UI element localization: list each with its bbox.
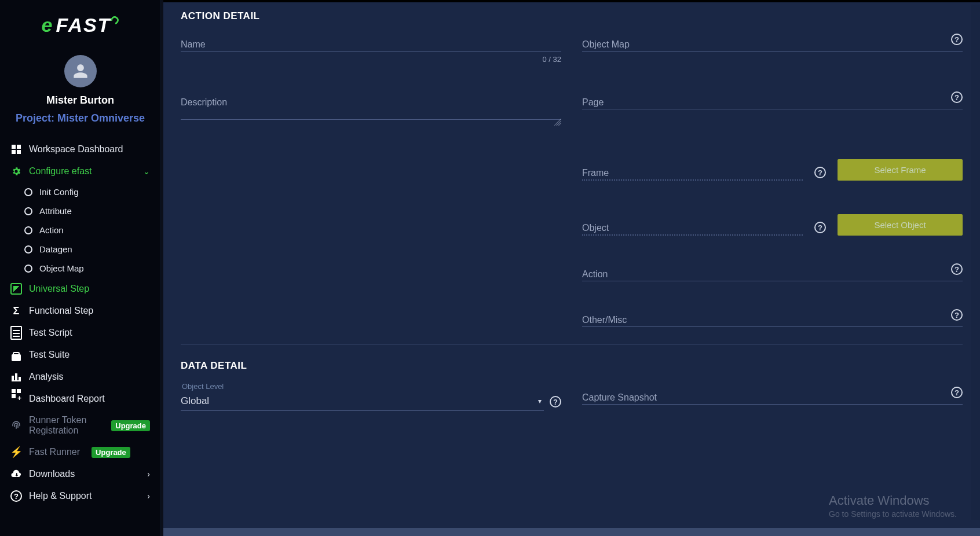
sidebar-item-downloads[interactable]: Downloads › <box>0 463 160 485</box>
sidebar-item-label: Analysis <box>29 372 64 382</box>
action-label: Action <box>582 269 963 280</box>
help-icon[interactable]: ? <box>951 34 963 45</box>
object-map-field[interactable]: ? Object Map <box>582 39 963 52</box>
sidebar-item-label: Help & Support <box>29 491 92 501</box>
select-frame-button[interactable]: Select Frame <box>838 159 963 181</box>
windows-activation-watermark: Activate Windows Go to Settings to activ… <box>829 493 957 519</box>
sidebar-item-test-suite[interactable]: Test Suite <box>0 344 160 366</box>
brand-fast: FAST <box>56 14 111 36</box>
action-field[interactable]: ? Action <box>582 269 963 281</box>
sidebar-item-help-support[interactable]: ? Help & Support › <box>0 485 160 507</box>
sidebar-item-workspace-dashboard[interactable]: Workspace Dashboard <box>0 138 160 160</box>
step-icon <box>10 283 22 295</box>
project-label[interactable]: Project: Mister Omniverse <box>0 112 160 124</box>
name-field[interactable]: Name 0 / 32 <box>181 39 561 64</box>
bolt-icon: ⚡ <box>10 446 22 458</box>
capture-snapshot-label: Capture Snapshot <box>582 392 963 403</box>
help-icon[interactable]: ? <box>951 263 963 275</box>
main-content: ACTION DETAIL Name 0 / 32 ? Object Map <box>163 0 980 536</box>
object-map-label: Object Map <box>582 39 963 50</box>
sidebar-item-runner-token[interactable]: Runner Token Registration Upgrade <box>0 410 160 441</box>
caret-down-icon: ▾ <box>538 397 542 405</box>
help-icon[interactable]: ? <box>951 91 963 103</box>
sidebar-item-label: Action <box>39 225 64 235</box>
object-level-select[interactable]: Global ▾ <box>181 391 544 411</box>
textarea-resize-handle-icon[interactable] <box>554 119 561 126</box>
radio-icon <box>24 207 32 215</box>
brand-logo: eFAST <box>0 0 160 40</box>
cloud-download-icon <box>10 468 22 480</box>
sidebar-nav: Workspace Dashboard Configure efast ⌄ In… <box>0 138 160 536</box>
sidebar-item-label: Dashboard Report <box>29 394 105 404</box>
sidebar-item-label: Configure efast <box>29 166 92 177</box>
object-level-value: Global <box>181 391 544 410</box>
sidebar-item-label: Universal Step <box>29 284 89 294</box>
radio-icon <box>24 245 32 254</box>
page-field[interactable]: ? Page <box>582 97 963 109</box>
name-label: Name <box>181 39 561 50</box>
data-detail-title: DATA DETAIL <box>181 360 963 372</box>
select-object-button[interactable]: Select Object <box>838 214 963 236</box>
sidebar-item-label: Downloads <box>29 469 75 479</box>
page-label: Page <box>582 97 963 108</box>
description-label: Description <box>181 97 561 108</box>
frame-label: Frame <box>582 168 803 178</box>
sidebar-item-label: Functional Step <box>29 306 93 316</box>
action-detail-title: ACTION DETAIL <box>181 10 963 22</box>
chevron-down-icon: ⌄ <box>143 167 150 176</box>
radio-icon <box>24 188 32 196</box>
help-icon: ? <box>10 490 22 502</box>
sidebar-subitem-attribute[interactable]: Attribute <box>14 201 160 221</box>
sidebar-subitem-init-config[interactable]: Init Config <box>14 182 160 201</box>
capture-snapshot-field[interactable]: ? Capture Snapshot <box>582 392 963 405</box>
radio-icon <box>24 265 32 273</box>
name-char-counter: 0 / 32 <box>181 55 561 64</box>
brand-e: e <box>42 14 54 36</box>
chart-icon <box>10 371 22 383</box>
sidebar-item-label: Workspace Dashboard <box>29 144 123 155</box>
sidebar-item-dashboard-report[interactable]: Dashboard Report <box>0 388 160 410</box>
description-field[interactable]: Description <box>181 97 561 126</box>
sidebar-item-label: Datagen <box>39 244 72 254</box>
avatar[interactable] <box>64 55 97 87</box>
chevron-right-icon: › <box>147 491 150 501</box>
help-icon[interactable]: ? <box>550 396 561 407</box>
sidebar-item-functional-step[interactable]: Σ Functional Step <box>0 300 160 322</box>
fingerprint-icon <box>10 420 22 431</box>
help-icon[interactable]: ? <box>814 167 826 178</box>
sidebar-item-universal-step[interactable]: Universal Step <box>0 278 160 300</box>
chevron-right-icon: › <box>147 469 150 479</box>
sidebar-subitem-object-map[interactable]: Object Map <box>14 259 160 278</box>
sigma-icon: Σ <box>10 305 22 317</box>
horizontal-scrollbar[interactable] <box>163 528 980 536</box>
sidebar-item-label: Attribute <box>39 206 72 216</box>
sidebar-item-test-script[interactable]: Test Script <box>0 322 160 344</box>
sidebar-item-label: Test Suite <box>29 350 70 360</box>
upgrade-badge[interactable]: Upgrade <box>111 420 150 431</box>
object-level-label: Object Level <box>182 382 561 391</box>
grid-plus-icon <box>10 393 22 405</box>
other-misc-label: Other/Misc <box>582 315 963 325</box>
other-misc-field[interactable]: ? Other/Misc <box>582 315 963 327</box>
sidebar-item-label: Init Config <box>39 187 79 197</box>
suitcase-icon <box>10 349 22 361</box>
sidebar-item-analysis[interactable]: Analysis <box>0 366 160 388</box>
sidebar-item-fast-runner[interactable]: ⚡ Fast Runner Upgrade <box>0 441 160 463</box>
object-field[interactable]: Object <box>582 223 803 236</box>
upgrade-badge[interactable]: Upgrade <box>92 447 130 458</box>
help-icon[interactable]: ? <box>814 222 826 233</box>
user-name: Mister Burton <box>0 94 160 107</box>
sidebar-item-label: Runner Token Registration <box>29 415 100 436</box>
list-icon <box>10 327 22 339</box>
frame-field[interactable]: Frame <box>582 168 803 181</box>
sidebar-item-label: Fast Runner <box>29 447 80 457</box>
help-icon[interactable]: ? <box>951 309 963 321</box>
object-label: Object <box>582 223 803 233</box>
sidebar-subitem-action[interactable]: Action <box>14 221 160 240</box>
avatar-person-icon <box>72 63 89 79</box>
help-icon[interactable]: ? <box>951 387 963 398</box>
sidebar-item-configure-efast[interactable]: Configure efast ⌄ <box>0 160 160 182</box>
dashboard-grid-icon <box>10 144 22 155</box>
sidebar-subitem-datagen[interactable]: Datagen <box>14 240 160 259</box>
sidebar: eFAST Mister Burton Project: Mister Omni… <box>0 0 161 536</box>
